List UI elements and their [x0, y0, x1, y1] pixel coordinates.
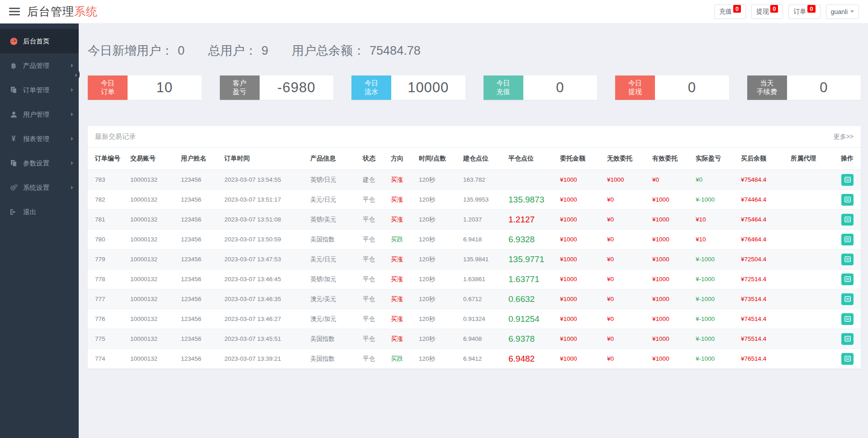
sidebar-item-orders[interactable]: 订单管理	[0, 78, 79, 102]
sidebar-item-logout[interactable]: 退出	[0, 200, 79, 224]
cell-balance: ¥75464.4	[738, 210, 788, 230]
cell-amount: ¥1000	[557, 230, 604, 250]
column-header-status: 状态	[360, 148, 388, 170]
column-header-valid: 有效委托	[650, 148, 693, 170]
cell-direction: 买涨	[388, 210, 416, 230]
cell-time: 2023-03-07 13:51:17	[222, 190, 308, 210]
cell-account: 10000132	[128, 170, 178, 190]
cell-valid: ¥1000	[650, 289, 693, 309]
column-header-close: 平仓点位	[506, 148, 557, 170]
cell-amount: ¥1000	[557, 349, 604, 369]
view-order-button[interactable]	[841, 273, 854, 285]
sidebar: 后台首页฿产品管理订单管理用户管理¥报表管理参数设置系统设置退出	[0, 24, 79, 438]
cell-status: 平仓	[360, 210, 388, 230]
sidebar-item-home[interactable]: 后台首页	[0, 29, 79, 53]
view-order-icon	[844, 296, 851, 302]
main-content: 今日新增用户：0总用户：9用户总余额：75484.78 今日订单10客户盈亏-6…	[79, 0, 868, 369]
orders-badge: 0	[807, 5, 815, 13]
cell-time: 2023-03-07 13:45:51	[222, 329, 308, 349]
cell-open: 163.782	[460, 170, 506, 190]
topbar-actions: 充值0提现0订单0guanli	[714, 5, 859, 19]
cell-agent	[788, 190, 831, 210]
cell-direction: 买跌	[388, 230, 416, 250]
view-order-button[interactable]	[841, 353, 854, 365]
stat-card-today-fee: 当天手续费0	[747, 75, 861, 100]
chevron-right-icon	[71, 161, 73, 165]
view-order-icon	[844, 276, 851, 282]
cell-id: 779	[88, 250, 128, 269]
cell-valid: ¥1000	[650, 269, 693, 289]
stat-card-value: -6980	[260, 75, 334, 100]
withdraw-button[interactable]: 提现0	[751, 5, 783, 19]
stat-summary-item: 今日新增用户：0	[88, 42, 185, 59]
cell-name: 123456	[178, 329, 222, 349]
cell-status: 平仓	[360, 289, 388, 309]
cell-amount: ¥1000	[557, 190, 604, 210]
cell-invalid: ¥0	[604, 289, 650, 309]
orders-button[interactable]: 订单0	[788, 5, 820, 19]
view-order-button[interactable]	[841, 254, 854, 265]
sidebar-item-users[interactable]: 用户管理	[0, 102, 79, 127]
cell-id: 777	[88, 289, 128, 309]
user-menu-button[interactable]: guanli	[826, 5, 859, 19]
cell-product: 美国指数	[308, 329, 360, 349]
cell-op	[831, 309, 861, 329]
hamburger-menu-icon[interactable]	[9, 8, 20, 15]
view-order-button[interactable]	[841, 194, 854, 206]
table-row: 777100001321234562023-03-07 13:46:35澳元/美…	[88, 289, 861, 309]
sidebar-item-reports[interactable]: ¥报表管理	[0, 127, 79, 151]
sidebar-item-label: 后台首页	[23, 37, 49, 46]
withdraw-label: 提现	[756, 8, 769, 16]
cell-id: 783	[88, 170, 128, 190]
sidebar-item-system[interactable]: 系统设置	[0, 175, 79, 200]
cell-account: 10000132	[128, 329, 178, 349]
sidebar-item-products[interactable]: ฿产品管理	[0, 53, 79, 78]
cell-period: 120秒	[416, 289, 460, 309]
cell-direction: 买涨	[388, 309, 416, 329]
sidebar-item-label: 退出	[23, 208, 36, 217]
cell-op	[831, 170, 861, 190]
orders-table-header-row: 订单编号交易账号用户姓名订单时间产品信息状态方向时间/点数建仓点位平仓点位委托金…	[88, 148, 861, 170]
view-order-button[interactable]	[841, 333, 854, 345]
cell-amount: ¥1000	[557, 329, 604, 349]
cell-direction: 买涨	[388, 250, 416, 269]
cell-status: 建仓	[360, 170, 388, 190]
bitcoin-icon: ฿	[9, 61, 18, 70]
table-row: 783100001321234562023-03-07 13:54:55英镑/日…	[88, 170, 861, 190]
cell-valid: ¥1000	[650, 349, 693, 369]
cell-agent	[788, 170, 831, 190]
cell-account: 10000132	[128, 210, 178, 230]
view-order-button[interactable]	[841, 214, 854, 226]
sidebar-item-label: 报表管理	[23, 135, 49, 143]
cell-balance: ¥72514.4	[738, 269, 788, 289]
cell-name: 123456	[178, 230, 222, 250]
cell-balance: ¥72504.4	[738, 250, 788, 269]
cell-op	[831, 230, 861, 250]
view-order-button[interactable]	[841, 313, 854, 325]
sidebar-item-params[interactable]: 参数设置	[0, 151, 79, 175]
cell-name: 123456	[178, 170, 222, 190]
cell-status: 平仓	[360, 269, 388, 289]
cell-profit: ¥0	[693, 170, 738, 190]
table-row: 774100001321234562023-03-07 13:39:21美国指数…	[88, 349, 861, 369]
recharge-button[interactable]: 充值0	[714, 5, 746, 19]
view-order-button[interactable]	[841, 174, 854, 186]
view-order-button[interactable]	[841, 293, 854, 305]
cell-valid: ¥1000	[650, 309, 693, 329]
cell-balance: ¥74514.4	[738, 309, 788, 329]
more-link[interactable]: 更多>>	[834, 133, 854, 141]
files-icon	[9, 86, 18, 94]
user-icon	[9, 111, 18, 118]
cell-time: 2023-03-07 13:39:21	[222, 349, 308, 369]
cell-balance: ¥76514.4	[738, 349, 788, 369]
column-header-balance: 买后余额	[738, 148, 788, 170]
cell-open: 135.9841	[460, 250, 506, 269]
view-order-button[interactable]	[841, 234, 854, 245]
table-row: 782100001321234562023-03-07 13:51:17美元/日…	[88, 190, 861, 210]
sidebar-item-label: 系统设置	[23, 184, 49, 192]
cell-direction: 买跌	[388, 349, 416, 369]
table-row: 781100001321234562023-03-07 13:51:08英镑/美…	[88, 210, 861, 230]
column-header-amount: 委托金额	[557, 148, 604, 170]
cell-id: 782	[88, 190, 128, 210]
stat-summary-value: 9	[261, 44, 268, 58]
